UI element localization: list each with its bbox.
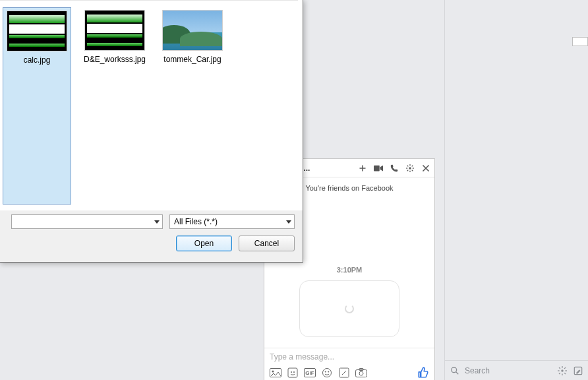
svg-point-15: [323, 369, 332, 377]
chat-composer: Type a message... GIF: [264, 348, 434, 380]
loading-spinner-icon: [345, 304, 354, 313]
sidebar-search-row: Search: [445, 360, 588, 380]
svg-rect-0: [374, 165, 380, 171]
friend-notice: You're friends on Facebook: [305, 184, 393, 192]
file-item[interactable]: D&E_worksss.jpg: [80, 7, 149, 205]
sidebar-widget: [572, 37, 588, 46]
svg-point-21: [359, 371, 363, 375]
svg-line-7: [412, 170, 413, 171]
gear-icon[interactable]: [405, 164, 415, 173]
svg-rect-19: [356, 370, 367, 377]
chat-input[interactable]: Type a message...: [270, 352, 429, 364]
svg-line-8: [412, 165, 413, 166]
file-name: D&E_worksss.jpg: [84, 55, 146, 64]
search-input[interactable]: Search: [465, 366, 490, 375]
svg-point-14: [293, 371, 295, 373]
file-name: tommek_Car.jpg: [163, 55, 221, 64]
like-icon[interactable]: [417, 367, 429, 379]
phone-icon[interactable]: [390, 164, 399, 173]
file-thumbnail: [7, 11, 67, 51]
message-timestamp: 3:10PM: [337, 266, 363, 274]
camera-icon[interactable]: [355, 367, 367, 379]
file-item[interactable]: calc.jpg: [3, 7, 71, 205]
search-icon: [450, 366, 459, 375]
chevron-down-icon: [286, 220, 291, 224]
svg-point-1: [409, 167, 411, 169]
photo-icon[interactable]: [270, 367, 281, 379]
attachment-icon[interactable]: [338, 367, 350, 379]
close-icon[interactable]: [421, 164, 430, 173]
file-item[interactable]: tommek_Car.jpg: [158, 7, 227, 205]
svg-point-11: [272, 371, 274, 373]
cancel-button[interactable]: Cancel: [239, 236, 295, 251]
svg-point-16: [325, 371, 326, 373]
dialog-bottom-bar: All Files (*.*) Open Cancel: [0, 210, 303, 262]
svg-point-13: [291, 371, 292, 373]
gear-icon[interactable]: [558, 366, 567, 375]
file-list: calc.jpg D&E_worksss.jpg tommek_Car.jpg: [0, 0, 298, 211]
svg-line-29: [559, 367, 560, 369]
message-bubble: [299, 280, 399, 337]
add-icon[interactable]: [358, 164, 367, 173]
svg-line-6: [407, 165, 409, 166]
svg-point-24: [561, 369, 564, 372]
open-button[interactable]: Open: [176, 236, 232, 251]
svg-line-23: [456, 371, 459, 374]
file-thumbnail: [162, 10, 223, 51]
video-icon[interactable]: [374, 164, 383, 173]
svg-line-9: [407, 170, 409, 171]
file-thumbnail: [84, 10, 145, 51]
svg-point-17: [328, 371, 329, 373]
compose-icon[interactable]: [573, 366, 583, 375]
file-type-filter[interactable]: All Files (*.*): [169, 214, 295, 229]
sticker-icon[interactable]: [287, 367, 299, 379]
emoji-icon[interactable]: [321, 367, 333, 379]
svg-point-22: [452, 367, 457, 372]
file-name: calc.jpg: [24, 55, 51, 65]
gif-icon[interactable]: GIF: [304, 367, 316, 379]
file-type-filter-label: All Files (*.*): [174, 217, 218, 226]
file-open-dialog: calc.jpg D&E_worksss.jpg tommek_Car.jpg: [0, 0, 303, 263]
svg-line-30: [564, 373, 566, 374]
right-sidebar: Search: [444, 0, 588, 380]
chevron-down-icon: [154, 220, 160, 224]
filename-combo[interactable]: [11, 214, 163, 229]
svg-rect-12: [288, 368, 297, 377]
svg-line-31: [564, 367, 566, 369]
svg-line-32: [559, 373, 560, 374]
